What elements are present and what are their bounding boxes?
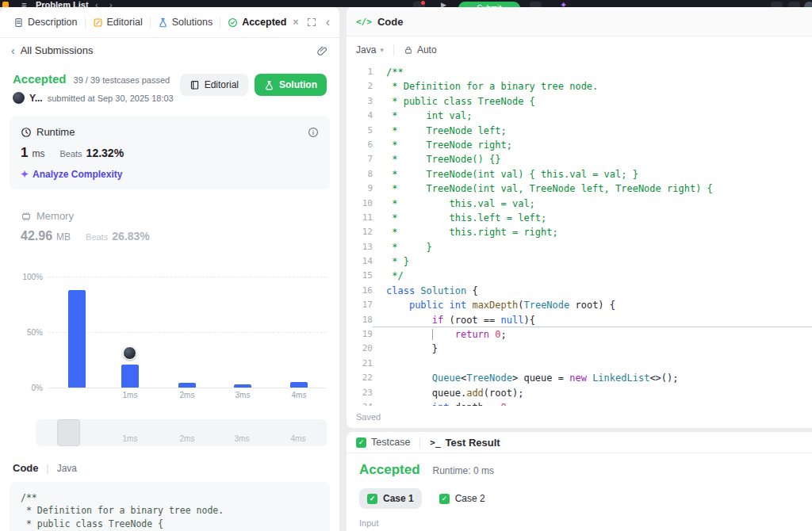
tab-accepted[interactable]: Accepted × [220,17,305,28]
language-select[interactable]: Java ▾ [356,44,384,55]
solution-button[interactable]: Solution [255,74,327,96]
runtime-card[interactable]: Runtime 1 ms Beats 12.32% ✦ Analyze Comp… [10,117,330,189]
tab-testcase[interactable]: ✓ Testcase [356,437,410,448]
tab-divider [419,437,420,448]
left-tab-bar: Description Editorial Solutions Accepted… [0,7,339,38]
hamburger-icon[interactable]: ≡ [21,0,26,7]
slider-tick-label: 3ms [235,434,250,443]
runtime-slider[interactable]: 1ms2ms3ms4ms [36,419,327,446]
code-line[interactable]: 11 * this.left = left; [347,211,812,225]
editor-footer: Saved [347,406,812,428]
code-line[interactable]: 3 * public class TreeNode { [347,94,812,109]
code-line[interactable]: 16class Solution { [347,284,812,298]
submit-button[interactable]: Submit [458,2,520,7]
info-icon[interactable] [308,127,319,138]
close-icon[interactable]: × [293,17,298,28]
accepted-tab-icon [228,17,238,28]
tab-description[interactable]: Description [6,17,85,28]
ai-sparkle-icon[interactable]: ✦ [560,0,567,7]
layout-button[interactable] [771,2,783,7]
tab-solutions[interactable]: Solutions [151,17,220,28]
runtime-bar[interactable] [121,365,139,388]
line-number: 7 [347,152,373,166]
code-panel-title[interactable]: Code [377,16,404,28]
saved-status: Saved [356,412,381,422]
line-number: 5 [347,124,373,138]
runtime-bar[interactable] [178,383,196,388]
notes-button[interactable] [530,2,542,7]
code-line[interactable]: 19 return 0; [347,327,812,342]
auto-toggle[interactable]: Auto [404,44,437,55]
description-icon [13,17,24,28]
code-line[interactable]: 13 * } [347,240,812,254]
memory-card[interactable]: Memory 42.96 MB Beats 26.83% [10,201,330,253]
profile-avatar[interactable] [804,2,812,7]
back-icon: ‹ [11,44,15,57]
line-number: 6 [347,138,373,152]
code-line[interactable]: 21 [347,357,812,371]
analyze-complexity-link[interactable]: ✦ Analyze Complexity [21,169,319,180]
x-tick-label: 2ms [180,391,195,399]
case-check-icon: ✓ [367,494,377,504]
beats-label: Beats [59,149,82,159]
solutions-icon [158,17,168,28]
terminal-icon: >_ [430,437,440,448]
editorial-button[interactable]: Editorial [180,74,248,96]
line-number: 20 [347,342,373,356]
runtime-bar[interactable] [68,290,86,388]
collapse-panel-icon[interactable]: ‹ [326,15,330,29]
code-line[interactable]: 1/** [347,65,812,79]
code-line[interactable]: 24 int depth = 0; [347,400,812,406]
submission-status: Accepted [13,72,67,86]
code-line[interactable]: 17 public int maxDepth(TreeNode root) { [347,298,812,312]
expand-icon[interactable] [307,17,316,27]
code-preview[interactable]: /** * Definition for a binary tree node.… [10,482,330,531]
runtime-bar[interactable] [234,384,251,388]
code-line[interactable]: 15 */ [347,269,812,283]
code-line[interactable]: 12 * this.right = right; [347,225,812,239]
code-line[interactable]: 22 Queue<TreeNode> queue = new LinkedLis… [347,371,812,385]
code-line[interactable]: 8 * TreeNode(int val) { this.val = val; … [347,167,812,181]
code-section-language: Java [57,463,77,474]
problem-list-link[interactable]: Problem List [36,0,89,7]
prev-problem-icon[interactable]: ‹ [95,0,98,7]
author-name[interactable]: Y... [29,93,43,104]
slider-handle[interactable] [57,419,80,446]
tab-editorial[interactable]: Editorial [86,17,150,28]
code-line[interactable]: 18 if (root == null){ [347,313,812,327]
editor-lines[interactable]: 1/**2 * Definition for a binary tree nod… [347,63,812,406]
next-problem-icon[interactable]: › [109,0,113,7]
code-line[interactable]: 4 * int val; [347,109,812,123]
slider-tick-label: 2ms [180,434,195,443]
runtime-bar[interactable] [290,382,308,388]
leetcode-logo[interactable] [2,2,9,7]
clock-icon [21,127,32,138]
line-number: 3 [347,94,373,109]
section-divider: | [47,463,49,474]
case-1-chip[interactable]: ✓ Case 1 [359,488,422,509]
code-line[interactable]: 2 * Definition for a binary tree node. [347,79,812,94]
code-line[interactable]: 20 } [347,342,812,356]
run-button[interactable]: ▶ [441,1,446,7]
code-line[interactable]: 9 * TreeNode(int val, TreeNode left, Tre… [347,181,812,196]
code-line[interactable]: 14 * } [347,254,812,269]
flask-icon [264,80,274,90]
top-navbar: ≡ Problem List ‹ › ▶ Submit ✦ [0,0,812,7]
code-line[interactable]: 7 * TreeNode() {} [347,152,812,166]
testcase-tab-label: Testcase [371,437,410,448]
avatar[interactable] [13,92,25,104]
settings-button[interactable] [788,2,800,7]
all-submissions-link[interactable]: ‹ All Submissions [0,38,339,63]
code-line[interactable]: 23 queue.add(root); [347,386,812,400]
line-number: 1 [347,65,373,79]
tab-label: Description [28,17,78,28]
user-avatar-marker[interactable] [123,346,136,360]
code-line[interactable]: 10 * this.val = val; [347,197,812,211]
code-line[interactable]: 6 * TreeNode right; [347,138,812,152]
case-2-chip[interactable]: ✓ Case 2 [431,488,493,509]
paperclip-icon[interactable] [317,45,328,56]
code-line[interactable]: 5 * TreeNode left; [347,124,812,138]
case-label: Case 2 [455,493,485,504]
solution-button-label: Solution [279,79,317,90]
tab-test-result[interactable]: >_ Test Result [430,437,500,449]
